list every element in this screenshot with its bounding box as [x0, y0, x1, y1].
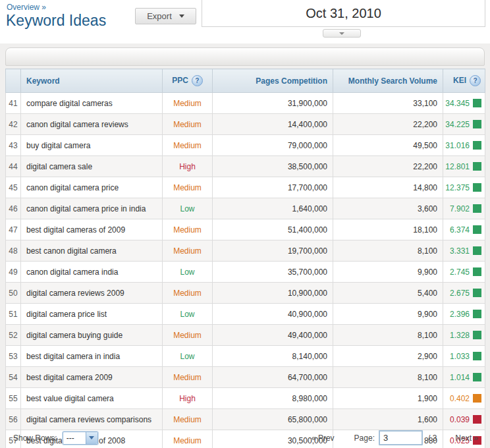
kei-indicator-icon: [473, 204, 481, 213]
ppc-value: Low: [180, 352, 194, 361]
next-page-button[interactable]: Next »: [455, 434, 478, 443]
keyword-cell[interactable]: best value digital camera: [21, 388, 163, 409]
kei-value: 1.328: [450, 331, 470, 340]
keyword-cell[interactable]: compare digital cameras: [21, 93, 163, 114]
kei-indicator-icon: [473, 331, 481, 339]
search-volume-value: 1,900: [333, 388, 443, 409]
ppc-help-icon[interactable]: ?: [192, 75, 203, 86]
kei-value: 12.375: [445, 183, 470, 192]
keyword-cell[interactable]: canon digital camera reviews: [21, 114, 163, 135]
table-row[interactable]: 42 canon digital camera reviews Medium 1…: [6, 114, 485, 135]
pages-competition-value: 64,700,000: [213, 367, 333, 388]
row-number: 56: [6, 409, 21, 430]
keyword-cell[interactable]: best digital camera in india: [21, 346, 163, 367]
pages-competition-value: 79,000,000: [213, 135, 333, 156]
show-rows-select[interactable]: ---: [63, 432, 98, 445]
search-volume-value: 8,100: [333, 240, 443, 262]
kei-value: 0.039: [450, 415, 470, 424]
kei-value: 2.396: [450, 310, 470, 319]
keyword-cell[interactable]: canon digital camera price in india: [21, 198, 163, 219]
pages-competition-value: 8,140,000: [213, 346, 333, 367]
ppc-value: Medium: [173, 141, 202, 150]
select-dropdown-button[interactable]: [86, 432, 97, 444]
pages-competition-value: 35,700,000: [213, 262, 333, 283]
table-row[interactable]: 49 canon digital camera india Low 35,700…: [6, 262, 485, 283]
kei-value: 12.801: [445, 162, 470, 171]
kei-value: 1.014: [450, 373, 470, 382]
row-number: 45: [6, 177, 21, 198]
ppc-value: Medium: [173, 415, 202, 424]
keyword-cell[interactable]: digital camera reviews 2009: [21, 283, 163, 304]
keyword-cell[interactable]: best digital camera 2009: [21, 367, 163, 388]
page-number-input[interactable]: [379, 430, 423, 445]
kei-indicator-icon: [473, 246, 481, 255]
kei-indicator-icon: [473, 183, 481, 192]
breadcrumb[interactable]: Overview »: [7, 3, 46, 12]
keyword-cell[interactable]: digital camera sale: [21, 156, 163, 177]
column-header-keyword[interactable]: Keyword: [21, 69, 163, 93]
keyword-cell[interactable]: best canon digital camera: [21, 240, 163, 262]
page-label: Page:: [354, 434, 375, 443]
column-header-label: Monthly Search Volume: [348, 76, 437, 86]
search-volume-value: 18,100: [333, 219, 443, 240]
table-row[interactable]: 53 best digital camera in india Low 8,14…: [6, 346, 485, 367]
column-header-label: Pages Competition: [256, 76, 327, 86]
table-row[interactable]: 51 digital camera price list Low 40,900,…: [6, 304, 485, 325]
export-button[interactable]: Export: [135, 8, 196, 24]
kei-indicator-icon: [473, 141, 481, 150]
table-row[interactable]: 47 best digital cameras of 2009 Medium 5…: [6, 219, 485, 240]
table-row[interactable]: 54 best digital camera 2009 Medium 64,70…: [6, 367, 485, 388]
column-header-ppc[interactable]: PPC?: [163, 69, 213, 93]
table-row[interactable]: 45 canon digital camera price Medium 17,…: [6, 177, 485, 198]
panel-top-bar: [5, 47, 485, 66]
keyword-cell[interactable]: digital camera price list: [21, 304, 163, 325]
column-header-pages-competition[interactable]: Pages Competition: [213, 69, 333, 93]
column-header-number: [6, 69, 21, 93]
search-volume-value: 8,100: [333, 325, 443, 346]
export-button-label: Export: [147, 11, 172, 21]
table-row[interactable]: 56 digital camera reviews comparisons Me…: [6, 409, 485, 430]
search-volume-value: 1,600: [333, 409, 443, 430]
row-number: 42: [6, 114, 21, 135]
row-number: 46: [6, 198, 21, 219]
table-header-row: Keyword PPC? Pages Competition Monthly S…: [6, 69, 485, 93]
table-row[interactable]: 41 compare digital cameras Medium 31,900…: [6, 93, 485, 114]
ppc-value: Medium: [173, 99, 202, 108]
keyword-cell[interactable]: best digital cameras of 2009: [21, 219, 163, 240]
table-row[interactable]: 46 canon digital camera price in india L…: [6, 198, 485, 219]
row-number: 43: [6, 135, 21, 156]
pages-competition-value: 14,400,000: [213, 114, 333, 135]
column-header-label: Keyword: [26, 76, 60, 86]
ppc-value: Medium: [173, 331, 202, 340]
table-row[interactable]: 44 digital camera sale High 38,500,000 2…: [6, 156, 485, 177]
date-range-display[interactable]: Oct 31, 2010: [202, 0, 485, 27]
pages-competition-value: 31,900,000: [213, 93, 333, 114]
prev-page-button[interactable]: « Prev: [312, 434, 335, 443]
pages-competition-value: 65,800,000: [213, 409, 333, 430]
show-rows-label: Show Rows:: [13, 434, 57, 443]
date-panel-toggle-button[interactable]: [323, 29, 361, 38]
search-volume-value: 49,500: [333, 135, 443, 156]
keyword-cell[interactable]: digital camera reviews comparisons: [21, 409, 163, 430]
chevron-down-icon: [179, 14, 184, 18]
table-row[interactable]: 43 buy digital camera Medium 79,000,000 …: [6, 135, 485, 156]
keyword-cell[interactable]: digital camera buying guide: [21, 325, 163, 346]
pages-competition-value: 19,700,000: [213, 240, 333, 262]
column-header-kei[interactable]: KEI?: [443, 69, 485, 93]
table-row[interactable]: 52 digital camera buying guide Medium 49…: [6, 325, 485, 346]
row-number: 41: [6, 93, 21, 114]
keyword-cell[interactable]: canon digital camera price: [21, 177, 163, 198]
keyword-cell[interactable]: canon digital camera india: [21, 262, 163, 283]
kei-indicator-icon: [473, 394, 481, 403]
row-number: 54: [6, 367, 21, 388]
table-row[interactable]: 48 best canon digital camera Medium 19,7…: [6, 240, 485, 262]
table-body: 41 compare digital cameras Medium 31,900…: [6, 93, 485, 448]
table-row[interactable]: 55 best value digital camera High 8,980,…: [6, 388, 485, 409]
ppc-value: Medium: [173, 120, 202, 129]
row-number: 44: [6, 156, 21, 177]
column-header-search-volume[interactable]: Monthly Search Volume: [333, 69, 443, 93]
kei-indicator-icon: [473, 267, 481, 276]
keyword-cell[interactable]: buy digital camera: [21, 135, 163, 156]
table-row[interactable]: 50 digital camera reviews 2009 Medium 10…: [6, 283, 485, 304]
kei-help-icon[interactable]: ?: [470, 75, 481, 86]
